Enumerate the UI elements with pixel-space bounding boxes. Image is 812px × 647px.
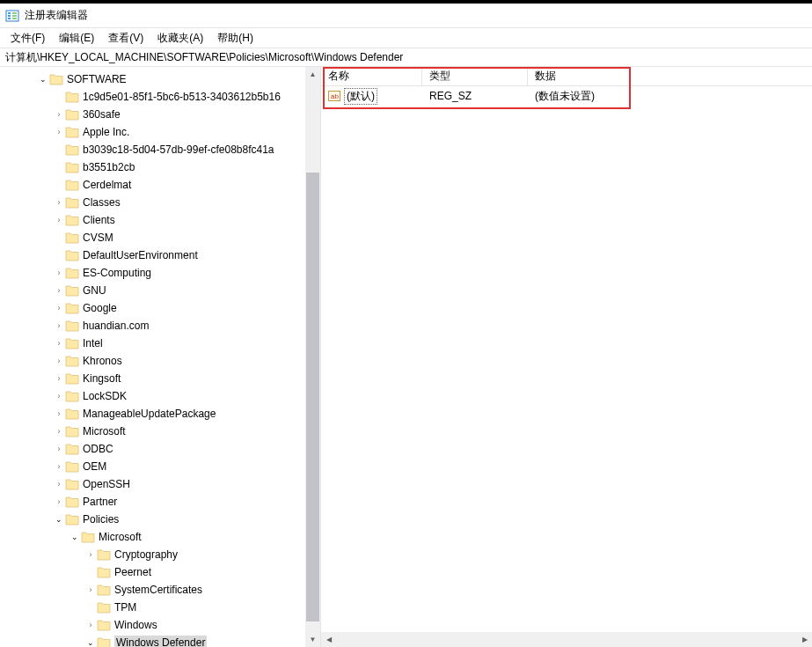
expander-closed-icon[interactable]: › [84, 585, 97, 594]
tree-node-manageableupdatepackage[interactable]: ›ManageableUpdatePackage [0, 405, 320, 423]
expander-closed-icon[interactable]: › [53, 427, 65, 436]
folder-icon [49, 73, 63, 85]
tree-node-defaultuserenvironment[interactable]: ·DefaultUserEnvironment [0, 246, 320, 264]
tree-node-label: Khronos [83, 355, 122, 367]
tree-vscrollbar-thumb[interactable] [306, 173, 319, 621]
tree-node-label: ManageableUpdatePackage [83, 408, 216, 420]
folder-icon [65, 249, 79, 261]
tree-node-peernet[interactable]: ·Peernet [0, 563, 320, 581]
tree-node-microsoft[interactable]: ⌄Microsoft [0, 528, 320, 546]
expander-closed-icon[interactable]: › [53, 497, 65, 506]
tree-node-es-computing[interactable]: ›ES-Computing [0, 264, 320, 282]
tree-node-oem[interactable]: ›OEM [0, 458, 320, 475]
expander-closed-icon[interactable]: › [84, 621, 97, 629]
tree-node-locksdk[interactable]: ›LockSDK [0, 387, 320, 405]
value-row[interactable]: ab (默认) REG_SZ (数值未设置) [321, 86, 812, 106]
expander-closed-icon[interactable]: › [53, 409, 65, 418]
expander-closed-icon[interactable]: › [53, 374, 65, 383]
folder-icon [65, 143, 79, 156]
expander-closed-icon[interactable]: › [53, 110, 65, 119]
svg-rect-5 [12, 15, 17, 17]
menu-edit[interactable]: 编辑(E) [54, 29, 103, 48]
values-body: ab (默认) REG_SZ (数值未设置) [321, 86, 812, 106]
folder-icon [65, 196, 79, 209]
tree-node-label: Intel [83, 337, 103, 349]
expander-closed-icon[interactable]: › [53, 392, 65, 401]
tree-node-clients[interactable]: ›Clients [0, 211, 320, 229]
menu-favorites[interactable]: 收藏夹(A) [152, 29, 212, 48]
values-hscrollbar-track[interactable]: ◀ ▶ [321, 632, 812, 647]
tree-node-label: DefaultUserEnvironment [83, 249, 198, 261]
expander-closed-icon[interactable]: › [53, 339, 65, 348]
tree-node-policies[interactable]: ⌄Policies [0, 511, 320, 528]
folder-icon [65, 179, 79, 191]
expander-closed-icon[interactable]: › [53, 128, 65, 136]
expander-closed-icon[interactable]: › [53, 286, 65, 295]
tree-node-partner[interactable]: ›Partner [0, 493, 320, 511]
expander-closed-icon[interactable]: › [53, 198, 65, 207]
column-header-type[interactable]: 类型 [422, 67, 528, 85]
tree-node-classes[interactable]: ›Classes [0, 194, 320, 211]
tree-node-b3551b2cb[interactable]: ·b3551b2cb [0, 158, 320, 176]
tree-node-intel[interactable]: ›Intel [0, 335, 320, 352]
tree-node-windows-defender[interactable]: ⌄Windows Defender [0, 634, 320, 647]
tree-scroll-down-arrow[interactable]: ▼ [305, 632, 320, 647]
expander-open-icon[interactable]: ⌄ [84, 638, 97, 647]
tree-node-kingsoft[interactable]: ›Kingsoft [0, 370, 320, 387]
expander-closed-icon[interactable]: › [53, 321, 65, 330]
tree-scroll-up-arrow[interactable]: ▲ [305, 67, 320, 82]
folder-icon [65, 284, 79, 297]
tree-node-gnu[interactable]: ›GNU [0, 282, 320, 299]
tree-node-apple-inc[interactable]: ›Apple Inc. [0, 123, 320, 141]
folder-icon [65, 337, 79, 349]
tree-node-b3039c18-5d04-57db-99ef-cfe08b8fc41a[interactable]: ·b3039c18-5d04-57db-99ef-cfe08b8fc41a [0, 141, 320, 158]
expander-closed-icon[interactable]: › [53, 462, 65, 471]
tree-node-1c9d5e01-85f1-5bc6-b513-3403612b5b16[interactable]: ·1c9d5e01-85f1-5bc6-b513-3403612b5b16 [0, 88, 320, 106]
tree-node-microsoft[interactable]: ›Microsoft [0, 423, 320, 440]
tree-node-tpm[interactable]: ·TPM [0, 599, 320, 616]
expander-open-icon[interactable]: ⌄ [53, 515, 65, 524]
tree-node-cryptography[interactable]: ›Cryptography [0, 546, 320, 563]
folder-icon [65, 355, 79, 367]
svg-rect-3 [8, 18, 11, 19]
column-header-name[interactable]: 名称 [321, 67, 422, 85]
folder-icon [65, 443, 79, 455]
values-pane[interactable]: 名称 类型 数据 ab (默认) REG_SZ (数值未设置) [321, 67, 812, 647]
tree-node-label: Windows [114, 619, 157, 631]
titlebar[interactable]: 注册表编辑器 [0, 4, 812, 28]
values-scroll-right-arrow[interactable]: ▶ [797, 632, 812, 647]
value-type: REG_SZ [422, 90, 528, 102]
tree-node-windows[interactable]: ›Windows [0, 616, 320, 634]
menu-help[interactable]: 帮助(H) [212, 29, 262, 48]
expander-closed-icon[interactable]: › [53, 216, 65, 224]
tree-vscrollbar-track[interactable]: ▲ ▼ [305, 67, 320, 647]
tree-node-khronos[interactable]: ›Khronos [0, 352, 320, 370]
menu-file[interactable]: 文件(F) [5, 29, 54, 48]
menu-view[interactable]: 查看(V) [103, 29, 152, 48]
tree-node-systemcertificates[interactable]: ›SystemCertificates [0, 581, 320, 599]
expander-closed-icon[interactable]: › [53, 268, 65, 277]
expander-closed-icon[interactable]: › [53, 445, 65, 453]
expander-open-icon[interactable]: ⌄ [37, 75, 49, 84]
tree-node-odbc[interactable]: ›ODBC [0, 440, 320, 458]
values-scroll-left-arrow[interactable]: ◀ [321, 632, 336, 647]
tree-node-cvsm[interactable]: ·CVSM [0, 229, 320, 246]
tree-node-label: Partner [83, 496, 117, 508]
tree-node-google[interactable]: ›Google [0, 299, 320, 317]
tree-node-software[interactable]: ⌄SOFTWARE [0, 70, 320, 88]
tree-node-huandian-com[interactable]: ›huandian.com [0, 317, 320, 335]
expander-open-icon[interactable]: ⌄ [69, 533, 81, 541]
tree-node-cerdelmat[interactable]: ·Cerdelmat [0, 176, 320, 194]
expander-closed-icon[interactable]: › [53, 480, 65, 489]
expander-closed-icon[interactable]: › [53, 304, 65, 312]
tree-node-openssh[interactable]: ›OpenSSH [0, 475, 320, 493]
column-header-data[interactable]: 数据 [528, 67, 812, 85]
address-bar[interactable]: 计算机\HKEY_LOCAL_MACHINE\SOFTWARE\Policies… [0, 48, 812, 67]
folder-icon [97, 584, 111, 596]
expander-closed-icon[interactable]: › [53, 357, 65, 365]
expander-closed-icon[interactable]: › [84, 550, 97, 559]
folder-icon [65, 390, 79, 402]
folder-icon [65, 425, 79, 437]
tree-node-360safe[interactable]: ›360safe [0, 106, 320, 123]
tree-pane[interactable]: ⌄SOFTWARE·1c9d5e01-85f1-5bc6-b513-340361… [0, 67, 321, 647]
